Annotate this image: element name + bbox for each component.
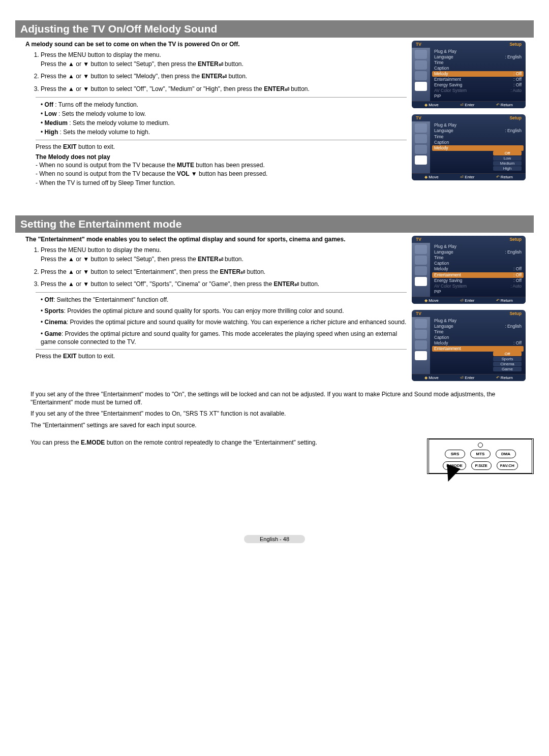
s1-opt-low: Low : Sets the melody volume to low. bbox=[41, 110, 407, 118]
s2-para1: If you set any of the three "Entertainme… bbox=[30, 390, 529, 406]
s2-step1: Press the MENU button to display the men… bbox=[41, 246, 407, 263]
osd-opt-ent-off[interactable]: Off bbox=[493, 352, 522, 356]
sound-icon bbox=[415, 134, 427, 143]
divider bbox=[36, 97, 407, 98]
osd-entertainment-options: TVSetup Plug & Play Language: English Ti… bbox=[412, 310, 534, 381]
remote-srs-button[interactable]: SRS bbox=[445, 450, 465, 458]
section2-title: Setting the Entertainment mode bbox=[15, 215, 534, 233]
s1-note3: When the TV is turned off by Sleep Timer… bbox=[36, 179, 407, 187]
remote-mts-button[interactable]: MTS bbox=[470, 450, 491, 458]
s2-exit: Press the EXIT button to exit. bbox=[36, 353, 407, 360]
osd-opt-game[interactable]: Game bbox=[493, 367, 522, 371]
s2-step2: Press the ▲ or ▼ button to select "Enter… bbox=[41, 268, 407, 276]
osd-opt-cinema[interactable]: Cinema bbox=[493, 362, 522, 366]
s2-step3: Press the ▲ or ▼ button to select "Off",… bbox=[41, 280, 407, 288]
section1-title: Adjusting the TV On/Off Melody Sound bbox=[15, 20, 534, 38]
channel-icon bbox=[415, 340, 427, 350]
s1-step1: Press the MENU button to display the men… bbox=[41, 51, 407, 68]
s1-note1: When no sound is output from the TV beca… bbox=[36, 162, 407, 170]
sound-icon bbox=[415, 60, 427, 70]
osd-opt-low[interactable]: Low bbox=[493, 156, 522, 161]
osd-row-entertainment[interactable]: Entertainment: Off bbox=[432, 272, 524, 278]
s2-opt-off: Off: Switches the "Entertainment" functi… bbox=[41, 296, 407, 304]
s2-para2: If you set any of the three "Entertainme… bbox=[30, 410, 529, 418]
setup-icon bbox=[415, 351, 427, 360]
s1-opt-high: High : Sets the melody volume to high. bbox=[41, 128, 407, 136]
led-icon bbox=[478, 443, 483, 448]
osd-setup-melody: TVSetup Plug & Play Language: English Ti… bbox=[412, 41, 534, 108]
picture-icon bbox=[415, 50, 427, 59]
enter-icon bbox=[219, 256, 223, 264]
osd-opt-sports[interactable]: Sports bbox=[493, 357, 522, 361]
section1-intro: A melody sound can be set to come on whe… bbox=[25, 41, 407, 48]
s1-note-title: The Melody does not play bbox=[36, 153, 407, 161]
picture-icon bbox=[415, 123, 427, 133]
remote-dma-button[interactable]: DMA bbox=[496, 450, 516, 458]
s2-opt-sports: Sports: Provides the optimal picture and… bbox=[41, 307, 407, 315]
channel-icon bbox=[415, 266, 427, 275]
s1-step2: Press the ▲ or ▼ button to select "Melod… bbox=[41, 72, 407, 80]
s1-exit: Press the EXIT button to exit. bbox=[36, 143, 407, 150]
divider bbox=[36, 349, 407, 350]
divider bbox=[36, 292, 407, 293]
page-footer: English - 48 bbox=[244, 535, 305, 543]
enter-icon bbox=[285, 85, 289, 93]
osd-opt-high[interactable]: High bbox=[493, 166, 522, 171]
setup-icon bbox=[415, 82, 427, 91]
osd-setup-entertainment: TVSetup Plug & Play Language: English Ti… bbox=[412, 236, 534, 303]
sound-icon bbox=[415, 256, 427, 265]
section2-intro: The "Entertainment" mode enables you to … bbox=[25, 236, 407, 243]
remote-control: SRS MTS DMA E.MODE P.SIZE FAV.CH bbox=[427, 438, 534, 474]
s2-para4: You can press the E.MODE button on the r… bbox=[30, 438, 412, 447]
enter-icon bbox=[219, 60, 223, 69]
setup-icon bbox=[415, 155, 427, 165]
s1-opt-med: Medium : Sets the melody volume to mediu… bbox=[41, 119, 407, 127]
osd-melody-options: TVSetup Plug & Play Language: English Ti… bbox=[412, 114, 534, 180]
osd-opt-off[interactable]: Off bbox=[493, 151, 522, 155]
enter-icon bbox=[222, 73, 227, 81]
osd-opt-medium[interactable]: Medium bbox=[493, 161, 522, 166]
channel-icon bbox=[415, 145, 427, 154]
picture-icon bbox=[415, 319, 427, 328]
osd-row-melody[interactable]: Melody: Off bbox=[432, 71, 524, 77]
s1-note2: When no sound is output from the TV beca… bbox=[36, 170, 407, 178]
remote-psize-button[interactable]: P.SIZE bbox=[471, 461, 492, 470]
enter-icon bbox=[240, 268, 245, 276]
channel-icon bbox=[415, 71, 427, 80]
divider bbox=[36, 140, 407, 140]
enter-icon bbox=[294, 280, 299, 289]
s2-opt-cinema: Cinema: Provides the optimal picture and… bbox=[41, 318, 407, 326]
s2-opt-game: Game: Provides the optimal picture and s… bbox=[41, 330, 407, 346]
setup-icon bbox=[415, 277, 427, 286]
picture-icon bbox=[415, 245, 427, 254]
remote-favch-button[interactable]: FAV.CH bbox=[497, 461, 518, 470]
s1-step3: Press the ▲ or ▼ button to select "Off",… bbox=[41, 85, 407, 93]
s2-para3: The "Entertainment" settings are saved f… bbox=[30, 421, 529, 429]
sound-icon bbox=[415, 330, 427, 339]
s1-opt-off: OffOff : Turns off the melody function. … bbox=[41, 101, 407, 109]
